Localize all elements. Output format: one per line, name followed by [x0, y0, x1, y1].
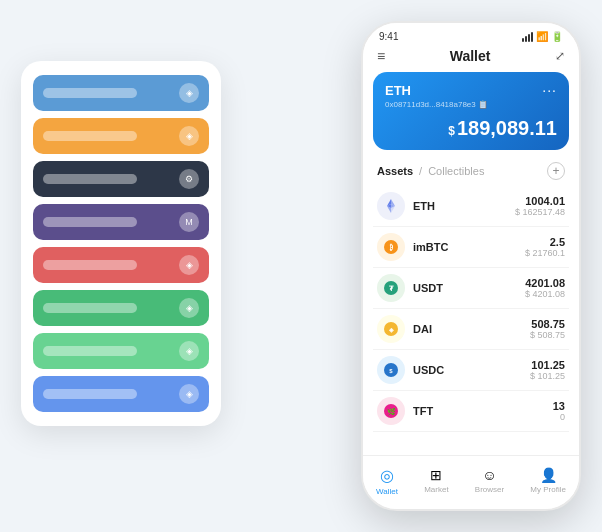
asset-amounts: 2.5 $ 21760.1 [525, 236, 565, 258]
assets-tabs: Assets / Collectibles [377, 165, 484, 177]
card-icon: ◈ [179, 384, 199, 404]
card-icon: ◈ [179, 298, 199, 318]
browser-nav-label: Browser [475, 485, 504, 494]
asset-symbol: imBTC [413, 241, 525, 253]
phone-header: ≡ Wallet ⤢ [363, 42, 579, 72]
svg-text:₿: ₿ [389, 243, 393, 251]
asset-symbol: ETH [413, 200, 515, 212]
list-item[interactable]: ◈ [33, 290, 209, 326]
table-row[interactable]: ETH 1004.01 $ 162517.48 [373, 186, 569, 227]
wifi-icon: 📶 [536, 31, 548, 42]
usdc-icon: $ [377, 356, 405, 384]
card-bar [43, 131, 137, 141]
card-stack: ◈ ◈ ⚙ M ◈ ◈ ◈ ◈ [21, 61, 221, 426]
market-nav-icon: ⊞ [430, 467, 442, 483]
dai-icon: ◈ [377, 315, 405, 343]
asset-amounts: 13 0 [553, 400, 565, 422]
eth-address: 0x08711d3d...8418a78e3 📋 [385, 100, 557, 109]
card-icon: ◈ [179, 126, 199, 146]
nav-profile[interactable]: 👤 My Profile [530, 467, 566, 494]
asset-amounts: 101.25 $ 101.25 [530, 359, 565, 381]
eth-icon [377, 192, 405, 220]
card-bar [43, 217, 137, 227]
tab-collectibles[interactable]: Collectibles [428, 165, 484, 177]
nav-market[interactable]: ⊞ Market [424, 467, 448, 494]
asset-qty: 101.25 [530, 359, 565, 371]
asset-amounts: 4201.08 $ 4201.08 [525, 277, 565, 299]
table-row[interactable]: ₮ USDT 4201.08 $ 4201.08 [373, 268, 569, 309]
card-bar [43, 346, 137, 356]
battery-icon: 🔋 [551, 31, 563, 42]
card-bar [43, 303, 137, 313]
add-asset-button[interactable]: + [547, 162, 565, 180]
asset-list: ETH 1004.01 $ 162517.48 ₿ imBTC 2.5 $ 21… [363, 186, 579, 432]
eth-balance: $189,089.11 [385, 117, 557, 140]
asset-usd: $ 162517.48 [515, 207, 565, 217]
time-display: 9:41 [379, 31, 398, 42]
card-icon: ⚙ [179, 169, 199, 189]
card-bar [43, 260, 137, 270]
table-row[interactable]: ◈ DAI 508.75 $ 508.75 [373, 309, 569, 350]
status-bar: 9:41 📶 🔋 [363, 23, 579, 42]
eth-card-menu[interactable]: ··· [542, 82, 557, 98]
profile-nav-label: My Profile [530, 485, 566, 494]
eth-card-header: ETH ··· [385, 82, 557, 98]
wallet-nav-label: Wallet [376, 487, 398, 496]
card-icon: ◈ [179, 341, 199, 361]
signal-icon [522, 32, 533, 42]
asset-usd: $ 101.25 [530, 371, 565, 381]
asset-symbol: DAI [413, 323, 530, 335]
card-bar [43, 174, 137, 184]
card-bar [43, 88, 137, 98]
asset-qty: 1004.01 [515, 195, 565, 207]
table-row[interactable]: ₿ imBTC 2.5 $ 21760.1 [373, 227, 569, 268]
asset-amounts: 1004.01 $ 162517.48 [515, 195, 565, 217]
list-item[interactable]: ◈ [33, 247, 209, 283]
eth-card[interactable]: ETH ··· 0x08711d3d...8418a78e3 📋 $189,08… [373, 72, 569, 150]
browser-nav-icon: ☺ [482, 467, 496, 483]
card-icon: ◈ [179, 83, 199, 103]
asset-qty: 13 [553, 400, 565, 412]
list-item[interactable]: ⚙ [33, 161, 209, 197]
nav-browser[interactable]: ☺ Browser [475, 467, 504, 494]
asset-usd: $ 508.75 [530, 330, 565, 340]
asset-symbol: TFT [413, 405, 553, 417]
eth-card-title: ETH [385, 83, 411, 98]
wallet-nav-icon: ◎ [380, 466, 394, 485]
asset-usd: $ 4201.08 [525, 289, 565, 299]
card-icon: ◈ [179, 255, 199, 275]
table-row[interactable]: $ USDC 101.25 $ 101.25 [373, 350, 569, 391]
asset-amounts: 508.75 $ 508.75 [530, 318, 565, 340]
asset-usd: $ 21760.1 [525, 248, 565, 258]
list-item[interactable]: M [33, 204, 209, 240]
asset-symbol: USDC [413, 364, 530, 376]
card-bar [43, 389, 137, 399]
imbtc-icon: ₿ [377, 233, 405, 261]
list-item[interactable]: ◈ [33, 333, 209, 369]
asset-symbol: USDT [413, 282, 525, 294]
svg-text:◈: ◈ [388, 327, 394, 333]
profile-nav-icon: 👤 [540, 467, 557, 483]
asset-qty: 4201.08 [525, 277, 565, 289]
tab-separator: / [419, 165, 422, 177]
asset-usd: 0 [553, 412, 565, 422]
bottom-nav: ◎ Wallet ⊞ Market ☺ Browser 👤 My Profile [363, 455, 579, 509]
nav-wallet[interactable]: ◎ Wallet [376, 466, 398, 496]
menu-icon[interactable]: ≡ [377, 48, 385, 64]
expand-icon[interactable]: ⤢ [555, 49, 565, 63]
assets-header: Assets / Collectibles + [363, 158, 579, 186]
list-item[interactable]: ◈ [33, 118, 209, 154]
tft-icon: 🌿 [377, 397, 405, 425]
table-row[interactable]: 🌿 TFT 13 0 [373, 391, 569, 432]
svg-text:🌿: 🌿 [387, 407, 396, 416]
asset-qty: 2.5 [525, 236, 565, 248]
phone-frame: 9:41 📶 🔋 ≡ Wallet ⤢ ETH ··· [361, 21, 581, 511]
usdt-icon: ₮ [377, 274, 405, 302]
list-item[interactable]: ◈ [33, 376, 209, 412]
market-nav-label: Market [424, 485, 448, 494]
card-icon: M [179, 212, 199, 232]
asset-qty: 508.75 [530, 318, 565, 330]
list-item[interactable]: ◈ [33, 75, 209, 111]
tab-assets[interactable]: Assets [377, 165, 413, 177]
status-icons: 📶 🔋 [522, 31, 563, 42]
